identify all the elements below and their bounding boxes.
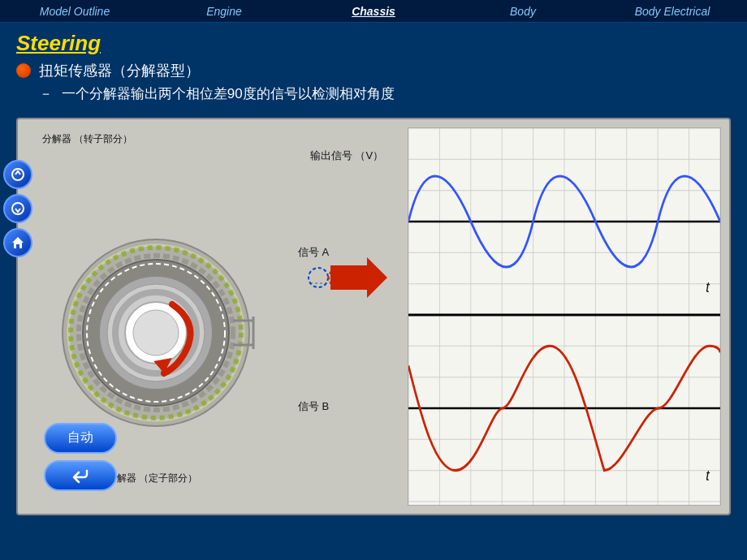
nav-engine[interactable]: Engine [149,2,299,21]
bottom-buttons: 自动 [44,423,117,491]
signal-a-label: 信号 A [298,245,329,260]
side-buttons [3,160,32,257]
svg-point-17 [309,268,328,287]
back-button[interactable] [44,460,117,491]
nav-body[interactable]: Body [448,2,598,21]
bullet-icon [16,63,31,78]
resolver-stator-label: 分解器 （定子部分） [107,471,197,485]
resolver-diagram-area: 分解器 （转子部分） [26,127,286,506]
bullet-main-item: 扭矩传感器（分解器型） [16,61,731,80]
waveform-graph: t t [408,128,720,505]
svg-point-12 [133,310,179,355]
bullet-sub-text: 一个分解器输出两个相位差90度的信号以检测相对角度 [62,86,395,101]
middle-area: 输出信号 （V） 信号 A 信号 B [294,127,399,506]
auto-button[interactable]: 自动 [44,423,117,454]
right-arrow [326,257,387,301]
top-navigation: Model Outline Engine Chassis Body Body E… [0,0,747,23]
output-signal-label: 输出信号 （V） [294,148,399,164]
signal-b-label: 信号 B [298,399,329,414]
svg-marker-20 [330,257,387,298]
dash-symbol: － [39,86,53,101]
side-btn-home[interactable] [3,228,32,257]
resolver-rotor-label: 分解器 （转子部分） [42,131,132,146]
svg-text:t: t [706,466,710,483]
side-btn-2[interactable] [3,194,32,223]
nav-chassis[interactable]: Chassis [299,2,448,21]
side-btn-1[interactable] [3,160,32,189]
resolver-svg [46,215,266,434]
page-title: Steering [0,23,747,61]
bullet-sub-item: － 一个分解器输出两个相位差90度的信号以检测相对角度 [16,84,731,105]
bullet-main-text: 扭矩传感器（分解器型） [39,61,200,80]
graph-area: t t [408,127,721,506]
nav-model-outline[interactable]: Model Outline [0,2,149,21]
diagram-container: 分解器 （转子部分） [16,118,731,515]
nav-body-electrical[interactable]: Body Electrical [598,2,747,21]
content-section: 扭矩传感器（分解器型） － 一个分解器输出两个相位差90度的信号以检测相对角度 [0,61,747,111]
svg-text:t: t [706,278,710,295]
